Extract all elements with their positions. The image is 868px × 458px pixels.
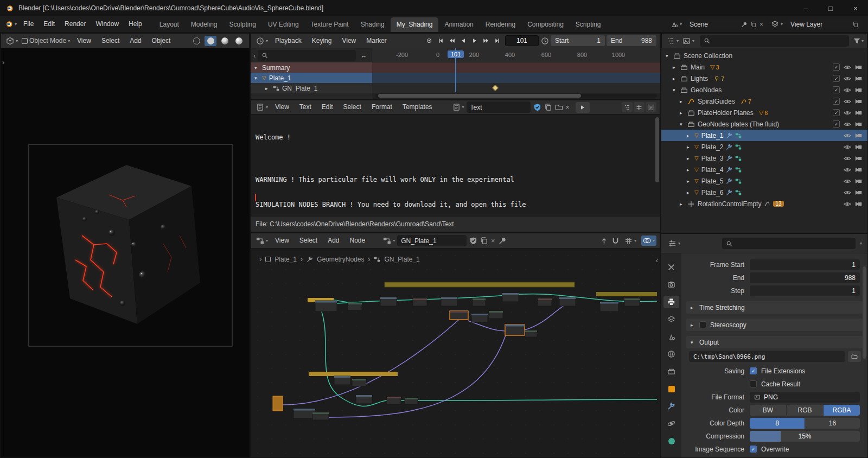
camera-icon[interactable]	[855, 109, 863, 117]
shading-rendered-button[interactable]	[233, 36, 245, 46]
menu-add[interactable]: Add	[323, 233, 344, 249]
line-numbers-toggle[interactable]	[622, 102, 633, 112]
eye-icon[interactable]	[844, 75, 851, 82]
node-graph-canvas[interactable]: › Plate_1 › GeometryNodes › GN_Plate_1 ‹	[251, 249, 660, 457]
shield-icon[interactable]	[469, 237, 477, 245]
unlink-icon[interactable]: ×	[564, 104, 572, 111]
outliner-row-plate-5[interactable]: ▸ ▽ Plate_5	[661, 175, 867, 187]
frame-start-field[interactable]: Start1	[551, 35, 605, 46]
close-button[interactable]: ×	[843, 0, 868, 16]
camera-icon[interactable]	[855, 143, 863, 151]
outliner-row-lights[interactable]: ▸ Lights 7 ✓	[661, 73, 867, 84]
tab-view-layer[interactable]	[663, 313, 679, 326]
frame-step-field[interactable]: 1	[750, 285, 860, 296]
unlink-icon[interactable]: ×	[489, 237, 497, 245]
color-rgb-button[interactable]: RGB	[787, 405, 823, 416]
menu-text[interactable]: Text	[295, 99, 316, 115]
browse-nodetree-button[interactable]: ▾	[381, 236, 397, 246]
tab-output[interactable]	[663, 296, 679, 308]
camera-icon[interactable]	[855, 75, 863, 82]
camera-icon[interactable]	[855, 155, 863, 162]
tab-animation[interactable]: Animation	[438, 17, 479, 32]
camera-icon[interactable]	[855, 200, 863, 208]
menu-format[interactable]: Format	[367, 99, 397, 115]
menu-playback[interactable]: Playback	[270, 33, 307, 49]
run-script-button[interactable]	[576, 102, 590, 113]
editor-type-button[interactable]: ▾	[667, 238, 682, 249]
tab-render[interactable]	[663, 278, 679, 291]
eye-icon[interactable]	[844, 132, 851, 139]
text-datablock-field[interactable]: Text	[467, 101, 531, 113]
stereoscopy-checkbox[interactable]	[699, 321, 706, 328]
collection-checkbox[interactable]: ✓	[833, 120, 840, 128]
depth-16-button[interactable]: 16	[805, 418, 860, 429]
menu-help[interactable]: Help	[124, 16, 147, 32]
tab-shading[interactable]: Shading	[355, 17, 391, 32]
shading-solid-button[interactable]	[205, 36, 216, 46]
collection-checkbox[interactable]: ✓	[833, 98, 840, 105]
timeline-scrollbar[interactable]	[375, 94, 657, 98]
tab-compositing[interactable]: Compositing	[521, 17, 570, 32]
eye-icon[interactable]	[844, 189, 851, 196]
open-folder-icon[interactable]	[555, 103, 563, 111]
browse-output-folder-button[interactable]	[848, 351, 861, 362]
next-keyframe-button[interactable]	[480, 36, 492, 46]
auto-key-button[interactable]	[423, 36, 435, 46]
panel-time-stretching[interactable]: ▸ Time Stretching	[686, 301, 863, 314]
cache-result-checkbox[interactable]	[750, 380, 757, 387]
editor-type-button[interactable]: ▾	[254, 36, 270, 46]
tab-texture-paint[interactable]: Texture Paint	[305, 17, 355, 32]
text-scrollbar[interactable]	[655, 117, 659, 182]
tab-modeling[interactable]: Modeling	[185, 17, 224, 32]
minimize-button[interactable]: –	[793, 0, 818, 16]
camera-icon[interactable]	[855, 63, 863, 71]
mode-selector[interactable]: Object Mode▾	[20, 36, 72, 46]
tab-world[interactable]	[663, 348, 679, 360]
new-view-layer-icon[interactable]	[852, 21, 859, 28]
filter-icon[interactable]	[853, 37, 861, 45]
frame-start-field[interactable]: 1	[750, 259, 860, 270]
eye-icon[interactable]	[844, 98, 851, 105]
keyframe-area[interactable]: -200 0 200 400 600 800 1000 101	[372, 48, 660, 99]
tab-layout[interactable]: Layout	[154, 17, 185, 32]
collection-checkbox[interactable]: ✓	[833, 86, 840, 93]
tab-collection[interactable]	[663, 365, 679, 378]
menu-view[interactable]: View	[270, 99, 294, 115]
camera-icon[interactable]	[855, 120, 863, 128]
outliner-row-plate-1[interactable]: ▸ ▽ Plate_1	[661, 130, 867, 141]
copy-icon[interactable]	[544, 103, 552, 111]
depth-8-button[interactable]: 8	[750, 418, 805, 429]
menu-select[interactable]: Select	[295, 233, 322, 249]
prev-keyframe-button[interactable]	[446, 36, 457, 46]
outliner-row-plate-4[interactable]: ▸ ▽ Plate_4	[661, 164, 867, 175]
camera-icon[interactable]	[855, 166, 863, 174]
outliner-row-geonodes-plates[interactable]: ▾ GeoNodes plates (The fluid) ✓	[661, 118, 867, 130]
tab-my-shading[interactable]: My_Shading	[391, 17, 439, 32]
tab-object[interactable]	[663, 383, 679, 395]
outliner-row-geonodes[interactable]: ▾ GeoNodes ✓	[661, 84, 867, 96]
jump-to-start-button[interactable]	[435, 36, 446, 46]
eye-icon[interactable]	[844, 155, 851, 162]
unlink-scene-icon[interactable]: ×	[760, 21, 763, 28]
timeline-ruler[interactable]: -200 0 200 400 600 800 1000	[372, 48, 660, 62]
copy-icon[interactable]	[480, 237, 488, 245]
menu-add[interactable]: Add	[125, 33, 146, 49]
tab-rendering[interactable]: Rendering	[480, 17, 521, 32]
compression-slider[interactable]: 15%	[750, 431, 860, 442]
collection-checkbox[interactable]: ✓	[833, 75, 840, 82]
channel-search-input[interactable]	[258, 50, 356, 61]
menu-object[interactable]: Object	[147, 33, 176, 49]
menu-edit[interactable]: Edit	[317, 99, 338, 115]
output-path-field[interactable]: C:\tmp\Sand\0966.png	[689, 351, 845, 362]
outliner-row-scene-collection[interactable]: ▾ Scene Collection	[661, 50, 867, 61]
viewport-canvas[interactable]: ›	[1, 48, 250, 457]
new-scene-icon[interactable]	[750, 21, 757, 28]
play-button[interactable]	[469, 36, 480, 46]
region-toggle-icon[interactable]: ›	[259, 255, 261, 263]
menu-select[interactable]: Select	[97, 33, 124, 49]
collection-checkbox[interactable]: ✓	[833, 63, 840, 71]
outliner-row-rotationcontrolempty[interactable]: ▸ RotationControlEmpty 13	[661, 198, 867, 209]
tab-tool[interactable]	[663, 261, 679, 273]
outliner-row-plate-2[interactable]: ▸ ▽ Plate_2	[661, 141, 867, 152]
panel-stereoscopy[interactable]: ▸ Stereoscopy	[686, 319, 863, 331]
